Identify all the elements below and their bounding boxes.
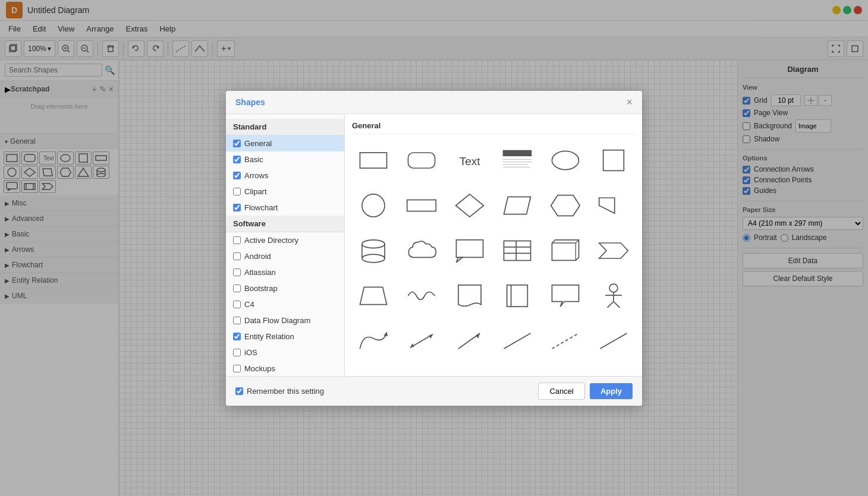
apply-button[interactable]: Apply: [590, 383, 633, 399]
basic-checkbox[interactable]: [233, 156, 241, 163]
shape-parallelogram[interactable]: [496, 185, 539, 226]
modal-title: Shapes: [235, 97, 265, 107]
ad-checkbox[interactable]: [233, 236, 241, 244]
ios-item-label: iOS: [244, 348, 257, 357]
c4-checkbox[interactable]: [233, 301, 241, 308]
shape-document-alt[interactable]: [496, 276, 539, 316]
svg-marker-48: [455, 194, 483, 216]
general-checkbox[interactable]: [233, 140, 241, 147]
modal-item-flowchart[interactable]: Flowchart: [226, 200, 344, 216]
svg-point-46: [362, 194, 385, 216]
svg-rect-37: [408, 153, 435, 168]
shape-arrow-up-right[interactable]: [448, 321, 491, 361]
shape-small-arrow1[interactable]: [352, 366, 395, 376]
clipart-item-label: Clipart: [244, 187, 267, 196]
modal-item-data-flow[interactable]: Data Flow Diagram: [226, 312, 344, 328]
shape-line-solid[interactable]: [496, 321, 539, 361]
shape-ellipse[interactable]: [544, 140, 587, 181]
shape-speech-bubble[interactable]: [544, 276, 587, 316]
shape-circle[interactable]: [352, 185, 395, 226]
remember-text: Remember this setting: [247, 387, 324, 396]
arrows-checkbox[interactable]: [233, 172, 241, 179]
modal-item-c4[interactable]: C4: [226, 296, 344, 312]
modal-item-arrows[interactable]: Arrows: [226, 168, 344, 184]
shape-line-plain[interactable]: [592, 321, 635, 361]
clipart-checkbox[interactable]: [233, 188, 241, 195]
modal-item-bootstrap[interactable]: Bootstrap: [226, 280, 344, 296]
shape-wide-rect[interactable]: [400, 185, 444, 226]
shape-triangle[interactable]: [592, 185, 635, 226]
svg-rect-58: [504, 241, 531, 260]
modal-item-general[interactable]: General: [226, 135, 344, 151]
atlassian-item-label: Atlassian: [244, 268, 276, 277]
modal-item-mockups[interactable]: Mockups: [226, 361, 344, 376]
shape-cloud[interactable]: [400, 230, 444, 271]
er-modal-item-label: Entity Relation: [244, 332, 294, 341]
shape-trapezoid[interactable]: [352, 276, 395, 316]
flowchart-checkbox[interactable]: [233, 204, 241, 211]
svg-marker-67: [360, 287, 387, 304]
svg-marker-49: [504, 197, 531, 214]
shape-actor[interactable]: [592, 276, 635, 316]
svg-marker-51: [599, 198, 614, 213]
svg-marker-57: [456, 257, 462, 263]
shape-rounded-rect[interactable]: [400, 140, 444, 181]
modal-item-android[interactable]: Android: [226, 248, 344, 264]
modal-item-entity-relation[interactable]: Entity Relation: [226, 328, 344, 345]
modal-header: Shapes ×: [226, 91, 642, 114]
atlassian-checkbox[interactable]: [233, 268, 241, 276]
svg-line-83: [600, 333, 627, 349]
bootstrap-item-label: Bootstrap: [244, 284, 278, 293]
svg-rect-56: [456, 239, 483, 257]
svg-marker-80: [476, 333, 480, 339]
modal-item-ios[interactable]: iOS: [226, 345, 344, 361]
shape-wave[interactable]: [400, 276, 444, 316]
ios-checkbox[interactable]: [233, 349, 241, 356]
shape-line-dashed[interactable]: [544, 321, 587, 361]
modal-overlay[interactable]: Shapes × Standard General Basic Arrows: [0, 0, 868, 496]
shape-table[interactable]: [496, 230, 539, 271]
svg-point-52: [362, 239, 385, 248]
shape-text[interactable]: Text: [448, 140, 491, 181]
shape-step-arrow[interactable]: [592, 230, 635, 271]
shape-heading[interactable]: [496, 140, 539, 181]
svg-point-55: [362, 254, 385, 263]
modal-item-clipart[interactable]: Clipart: [226, 184, 344, 200]
bootstrap-checkbox[interactable]: [233, 285, 241, 292]
android-checkbox[interactable]: [233, 252, 241, 260]
dataflow-checkbox[interactable]: [233, 317, 241, 324]
svg-rect-47: [407, 200, 436, 211]
modal-item-active-directory[interactable]: Active Directory: [226, 232, 344, 248]
svg-point-70: [609, 284, 618, 292]
shape-diamond[interactable]: [448, 185, 491, 226]
svg-line-81: [504, 333, 531, 349]
shape-callout-rect[interactable]: [448, 230, 491, 271]
shapes-grid: Text: [352, 140, 635, 376]
modal-body: Standard General Basic Arrows Clipart: [226, 114, 642, 376]
general-item-label: General: [244, 139, 272, 148]
arrows-item-label: Arrows: [244, 171, 268, 180]
shape-curve[interactable]: [352, 321, 395, 361]
cancel-button[interactable]: Cancel: [538, 383, 584, 400]
remember-setting-label[interactable]: Remember this setting: [235, 387, 533, 396]
flowchart-item-label: Flowchart: [244, 203, 278, 212]
shapes-section-title: General: [352, 121, 635, 134]
modal-footer: Remember this setting Cancel Apply: [226, 376, 642, 406]
modal-close-button[interactable]: ×: [626, 97, 633, 108]
modal-item-basic[interactable]: Basic: [226, 151, 344, 168]
shape-small-arrow2[interactable]: [400, 366, 444, 376]
svg-line-74: [614, 301, 619, 307]
shape-rect[interactable]: [352, 140, 395, 181]
shape-arrow-both[interactable]: [400, 321, 444, 361]
mockups-checkbox[interactable]: [233, 365, 241, 372]
svg-marker-66: [599, 243, 628, 258]
shape-square[interactable]: [592, 140, 635, 181]
shape-document[interactable]: [448, 276, 491, 316]
svg-line-82: [552, 333, 578, 349]
shape-cabinet[interactable]: [544, 230, 587, 271]
modal-item-atlassian[interactable]: Atlassian: [226, 264, 344, 280]
shape-cylinder[interactable]: [352, 230, 395, 271]
shape-hexagon[interactable]: [544, 185, 587, 226]
remember-checkbox[interactable]: [235, 387, 243, 395]
er-modal-checkbox[interactable]: [233, 333, 241, 340]
